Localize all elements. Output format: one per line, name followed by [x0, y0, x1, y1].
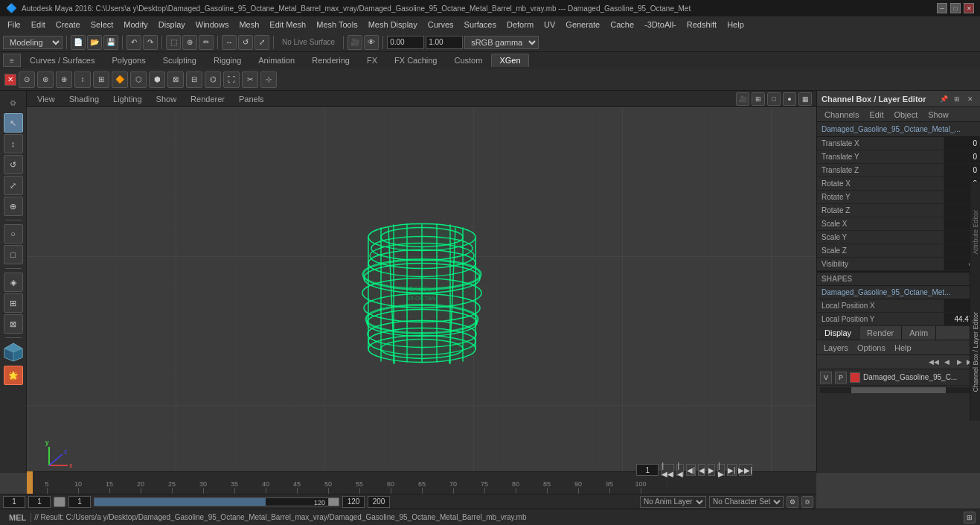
view-tab-lighting[interactable]: Lighting — [107, 94, 148, 104]
menu-display[interactable]: Display — [154, 19, 190, 31]
display-tab-render[interactable]: Render — [859, 326, 902, 340]
move-tool-button[interactable]: ↔ — [222, 35, 237, 50]
layer-scrollbar[interactable] — [820, 387, 977, 393]
display-tab-anim[interactable]: Anim — [902, 326, 936, 340]
scale-tool-button[interactable]: ⤢ — [254, 35, 269, 50]
tool-icon-5[interactable]: ⊞ — [93, 71, 109, 88]
universal-tool[interactable]: ⊕ — [4, 197, 23, 216]
tab-sculpting[interactable]: Sculpting — [155, 54, 205, 67]
menu-mesh-tools[interactable]: Mesh Tools — [312, 19, 362, 31]
vp-wire-btn[interactable]: □ — [767, 92, 781, 106]
preferences-button[interactable]: ⚙ — [787, 496, 798, 508]
vp-cam-btn[interactable]: 🎥 — [736, 92, 749, 106]
anim-layer-selector[interactable]: No Anim Layer — [640, 496, 706, 508]
menu-mesh-display[interactable]: Mesh Display — [364, 19, 422, 31]
layers-menu-item[interactable]: Layers — [820, 343, 852, 353]
keyframe-input[interactable] — [68, 496, 91, 508]
menu-deform[interactable]: Deform — [502, 19, 538, 31]
xgen-icon[interactable]: ✕ — [4, 74, 16, 86]
tool-icon-12[interactable]: ⛶ — [223, 71, 240, 88]
start-frame-input[interactable] — [3, 496, 25, 508]
viewport[interactable]: View Shading Lighting Show Renderer Pane… — [27, 91, 816, 473]
menu-windows[interactable]: Windows — [191, 19, 234, 31]
rotate-tool-button[interactable]: ↺ — [238, 35, 253, 50]
menu-generate[interactable]: Generate — [561, 19, 604, 31]
channel-rotate-x[interactable]: Rotate X 0 — [817, 177, 980, 191]
menu-edit-mesh[interactable]: Edit Mesh — [265, 19, 310, 31]
new-file-button[interactable]: 📄 — [71, 35, 86, 50]
end-frame-input[interactable] — [342, 496, 365, 508]
rotate-tool[interactable]: ↺ — [4, 155, 23, 174]
channel-scale-x[interactable]: Scale X 1 — [817, 217, 980, 231]
range-bar-end-handle[interactable] — [328, 498, 339, 506]
channel-rotate-z[interactable]: Rotate Z 0 — [817, 204, 980, 217]
layer-playback-button[interactable]: P — [835, 372, 847, 384]
channel-local-pos-x[interactable]: Local Position X 0 — [817, 299, 980, 313]
channel-box-sidebar-label[interactable]: Channel Box / Layer Editor — [972, 312, 979, 392]
xgen-tool[interactable]: 🌟 — [4, 366, 23, 385]
move-tool[interactable]: ↕ — [4, 134, 23, 153]
layer-nav-back[interactable]: ◀ — [941, 357, 952, 367]
max-frame-input[interactable] — [368, 496, 390, 508]
paint-tool-button[interactable]: ✏ — [199, 35, 214, 50]
vp-smooth-btn[interactable]: ● — [783, 92, 796, 106]
select-tool-button[interactable]: ⬚ — [166, 35, 181, 50]
tool-icon-3[interactable]: ⊕ — [56, 71, 72, 88]
tool-icon-13[interactable]: ✂ — [242, 71, 258, 88]
snap-tool[interactable]: ◈ — [4, 273, 23, 292]
menu-surfaces[interactable]: Surfaces — [460, 19, 501, 31]
current-frame-input[interactable] — [28, 496, 51, 508]
layer-visible-button[interactable]: V — [820, 372, 832, 384]
menu-create[interactable]: Create — [51, 19, 85, 31]
tab-rendering[interactable]: Rendering — [304, 54, 358, 67]
undo-button[interactable]: ↶ — [126, 35, 141, 50]
render-tool[interactable]: ⊠ — [4, 314, 23, 334]
lasso-tool-button[interactable]: ⊕ — [182, 35, 197, 50]
select-tool[interactable]: ↖ — [4, 113, 23, 133]
channel-translate-z[interactable]: Translate Z 0 — [817, 164, 980, 177]
channel-value-tx[interactable]: 0 — [943, 137, 980, 150]
tool-icon-9[interactable]: ⊠ — [167, 71, 184, 88]
menu-3dtoall[interactable]: -3DtoAll- — [640, 19, 681, 31]
menu-help[interactable]: Help — [723, 19, 749, 31]
display-tool[interactable]: ⊞ — [4, 293, 23, 313]
layer-scrollbar-thumb[interactable] — [851, 387, 946, 393]
tab-rigging[interactable]: Rigging — [205, 54, 249, 67]
menu-select[interactable]: Select — [86, 19, 118, 31]
status-icon[interactable]: ⊞ — [964, 512, 976, 524]
tab-custom[interactable]: Custom — [446, 54, 491, 67]
scale-tool[interactable]: ⤢ — [4, 176, 23, 195]
camera-btn1[interactable]: 🎥 — [348, 35, 362, 50]
tab-fx-caching[interactable]: FX Caching — [386, 54, 445, 67]
vp-grid-btn[interactable]: ⊞ — [752, 92, 765, 106]
next-key-button[interactable]: |▶ — [717, 464, 725, 476]
minimize-button[interactable]: ─ — [937, 3, 947, 13]
redo-button[interactable]: ↷ — [143, 35, 158, 50]
layer-nav-skip-back[interactable]: ◀◀ — [929, 357, 939, 367]
tab-menu-button[interactable]: ≡ — [3, 54, 21, 67]
menu-mesh[interactable]: Mesh — [234, 19, 263, 31]
mel-label[interactable]: MEL — [4, 513, 31, 522]
channel-local-pos-y[interactable]: Local Position Y 44.475 — [817, 313, 980, 326]
menu-curves[interactable]: Curves — [423, 19, 458, 31]
channel-translate-x[interactable]: Translate X 0 — [817, 137, 980, 150]
channel-value-tz[interactable]: 0 — [943, 164, 980, 176]
vp-texture-btn[interactable]: ▦ — [798, 92, 812, 106]
go-start-button[interactable]: |◀◀ — [661, 464, 674, 476]
view-tab-renderer[interactable]: Renderer — [185, 94, 231, 104]
layer-nav-add[interactable]: ▶ — [954, 357, 964, 367]
tab-polygons[interactable]: Polygons — [103, 54, 153, 67]
viewport-3d[interactable]: GASOL 95 OCTAN x y z — [27, 107, 816, 473]
maximize-button[interactable]: □ — [950, 3, 961, 13]
channel-scale-z[interactable]: Scale Z 1 — [817, 244, 980, 258]
tool-icon-14[interactable]: ⊹ — [260, 71, 277, 88]
tab-animation[interactable]: Animation — [250, 54, 303, 67]
channel-visibility[interactable]: Visibility on — [817, 258, 980, 271]
view-tab-shading[interactable]: Shading — [63, 94, 105, 104]
tool-icon-8[interactable]: ⬢ — [149, 71, 165, 88]
expand-button[interactable]: ⊞ — [952, 94, 962, 104]
playback-frame-field[interactable] — [636, 464, 659, 476]
display-tab-display[interactable]: Display — [817, 326, 859, 340]
channel-translate-y[interactable]: Translate Y 0 — [817, 150, 980, 164]
step-back-button[interactable]: |◀ — [676, 464, 684, 476]
